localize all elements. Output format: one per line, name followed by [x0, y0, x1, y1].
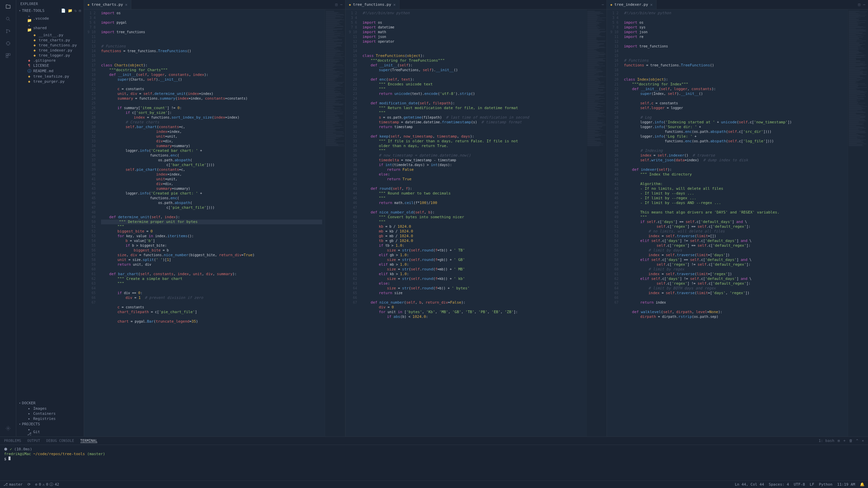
more-icon[interactable]: ⋯: [601, 2, 604, 7]
folder-shared[interactable]: ▾ 📁shared: [19, 23, 84, 33]
status-branch[interactable]: ⎇master: [3, 482, 23, 487]
tab-bar-1: ◆tree_charts.py× ◫⋯: [84, 0, 345, 9]
split-icon[interactable]: ◫: [858, 2, 861, 7]
docker-registries[interactable]: ▸Registries: [19, 416, 84, 421]
minimap-3[interactable]: [848, 9, 868, 436]
minimap-1[interactable]: [325, 9, 345, 436]
svg-point-2: [6, 32, 7, 33]
status-problems[interactable]: ⊘0 ⚠0 ⓘ42: [35, 482, 59, 487]
projects-section[interactable]: ▾ PROJECTS: [16, 421, 84, 427]
tab-functions[interactable]: ◆tree_functions.py×: [346, 0, 399, 9]
editor-group-2: ◆tree_functions.py× ⋯ 1 2 3 4 5 6 7 8 9 …: [346, 0, 607, 436]
svg-point-3: [9, 31, 10, 32]
error-icon: ⊘: [35, 482, 38, 487]
extensions-icon[interactable]: [4, 52, 12, 60]
file-gitignore[interactable]: ◆.gitignore: [19, 58, 84, 63]
panel-tab-output[interactable]: OUTPUT: [27, 439, 40, 443]
panel-tabs: PROBLEMS OUTPUT DEBUG CONSOLE TERMINAL 1…: [0, 437, 868, 445]
close-icon[interactable]: ×: [393, 2, 396, 7]
svg-rect-5: [6, 54, 8, 55]
file-tree: ▸ 📁.vscode ▾ 📁shared ◆__init__.py ◆tree_…: [16, 14, 84, 84]
status-encoding[interactable]: UTF-8: [794, 482, 805, 487]
status-lncol[interactable]: Ln 44, Col 44: [735, 482, 764, 487]
git-branch-icon: ⎇: [3, 482, 8, 487]
terminal-new-icon[interactable]: +: [843, 439, 846, 443]
status-spaces[interactable]: Spaces: 4: [769, 482, 789, 487]
projects-git[interactable]: ▸ ⎇Git: [19, 427, 84, 436]
file-init[interactable]: ◆__init__.py: [19, 33, 84, 38]
svg-rect-6: [8, 54, 10, 55]
terminal-close-icon[interactable]: ×: [862, 439, 864, 443]
status-notifications[interactable]: 🔔: [860, 482, 865, 487]
search-icon[interactable]: [4, 15, 12, 23]
section-actions: 📄 📁 ↻ ⊟: [61, 8, 81, 13]
file-purger[interactable]: ◆tree_purger.py: [19, 79, 84, 84]
refresh-icon[interactable]: ↻: [75, 8, 77, 13]
docker-section[interactable]: ▾ DOCKER: [16, 400, 84, 406]
close-icon[interactable]: ×: [650, 2, 652, 7]
code-editor-1[interactable]: import os import pygal import tree_funct…: [98, 9, 325, 436]
code-editor-3[interactable]: #!/usr/bin/env python import os import s…: [621, 9, 848, 436]
file-logger[interactable]: ◆tree_logger.py: [19, 53, 84, 58]
file-charts[interactable]: ◆tree_charts.py: [19, 38, 84, 43]
editor-group-3: ◆tree_indexer.py× ◫⋯ 1 2 3 4 5 6 7 8 9 1…: [607, 0, 868, 436]
collapse-icon[interactable]: ⊟: [79, 8, 81, 13]
minimap-2[interactable]: [586, 9, 607, 436]
status-time: 11:19 AM: [837, 482, 855, 487]
sidebar: EXPLORER ▾ TREE-TOOLS 📄 📁 ↻ ⊟ ▸ 📁.vscode…: [16, 0, 84, 436]
chevron-down-icon: ▾: [19, 423, 21, 426]
info-icon: ⓘ: [50, 482, 53, 487]
sidebar-title: EXPLORER: [16, 0, 84, 8]
file-leafsize[interactable]: ◆tree_leafsize.py: [19, 74, 84, 79]
split-icon[interactable]: ◫: [335, 2, 338, 7]
editor-group-1: ◆tree_charts.py× ◫⋯ 1 2 3 4 5 6 7 8 9 10…: [84, 0, 346, 436]
docker-containers[interactable]: ▸Containers: [19, 411, 84, 416]
tab-bar-2: ◆tree_functions.py× ⋯: [346, 0, 607, 9]
explorer-icon[interactable]: [4, 3, 12, 11]
workspace-section[interactable]: ▾ TREE-TOOLS 📄 📁 ↻ ⊟: [16, 8, 84, 14]
new-folder-icon[interactable]: 📁: [68, 8, 73, 13]
new-file-icon[interactable]: 📄: [61, 8, 66, 13]
line-numbers: 1 2 3 4 5 6 7 8 9 10 11 12 13 14 15 16 1…: [84, 9, 98, 436]
tab-indexer[interactable]: ◆tree_indexer.py×: [607, 0, 656, 9]
status-eol[interactable]: LF: [810, 482, 814, 487]
sync-icon: ⟳: [27, 482, 31, 487]
terminal-shell-select[interactable]: 1: bash: [818, 439, 834, 443]
terminal-content[interactable]: ⬢ ✓ (10.0ms) fredrik@iMac ~/code/repos/t…: [0, 445, 868, 481]
panel-tab-terminal[interactable]: TERMINAL: [80, 439, 98, 443]
tab-bar-3: ◆tree_indexer.py× ◫⋯: [607, 0, 868, 9]
file-license[interactable]: ¶LICENSE: [19, 63, 84, 68]
panel-tab-debug[interactable]: DEBUG CONSOLE: [46, 439, 74, 443]
line-numbers: 1 2 3 4 5 6 7 8 9 10 11 12 13 14 15 16 1…: [346, 9, 360, 436]
svg-rect-7: [6, 56, 8, 58]
code-editor-2[interactable]: #!/usr/bin/env python import os import d…: [360, 9, 586, 436]
debug-icon[interactable]: [4, 39, 12, 47]
file-readme[interactable]: ⓘREADME.md: [19, 68, 84, 74]
panel: PROBLEMS OUTPUT DEBUG CONSOLE TERMINAL 1…: [0, 436, 868, 481]
status-bar: ⎇master ⟳ ⊘0 ⚠0 ⓘ42 Ln 44, Col 44 Spaces…: [0, 481, 868, 488]
editor-area: ◆tree_charts.py× ◫⋯ 1 2 3 4 5 6 7 8 9 10…: [84, 0, 868, 436]
file-functions[interactable]: ◆tree_functions.py: [19, 43, 84, 48]
docker-images[interactable]: ▸Images: [19, 406, 84, 411]
terminal-split-icon[interactable]: ⊞: [838, 439, 840, 443]
terminal-maximize-icon[interactable]: ^: [856, 439, 859, 443]
folder-vscode[interactable]: ▸ 📁.vscode: [19, 14, 84, 23]
svg-point-1: [6, 29, 7, 30]
status-sync[interactable]: ⟳: [27, 482, 31, 487]
settings-icon[interactable]: [4, 424, 12, 432]
more-icon[interactable]: ⋯: [863, 2, 865, 7]
line-numbers: 1 2 3 4 5 6 7 8 9 10 11 12 13 14 15 16 1…: [607, 9, 621, 436]
panel-tab-problems[interactable]: PROBLEMS: [4, 439, 21, 443]
terminal-kill-icon[interactable]: 🗑: [849, 439, 853, 443]
file-indexer[interactable]: ◆tree_indexer.py: [19, 48, 84, 53]
warning-icon: ⚠: [42, 482, 45, 487]
source-control-icon[interactable]: [4, 27, 12, 35]
chevron-down-icon: ▾: [19, 9, 21, 12]
activity-bar: [0, 0, 16, 436]
tab-charts[interactable]: ◆tree_charts.py×: [84, 0, 131, 9]
more-icon[interactable]: ⋯: [340, 2, 342, 7]
close-icon[interactable]: ×: [125, 2, 127, 7]
svg-point-0: [6, 17, 9, 20]
status-lang[interactable]: Python: [819, 482, 832, 487]
chevron-down-icon: ▾: [19, 402, 21, 405]
